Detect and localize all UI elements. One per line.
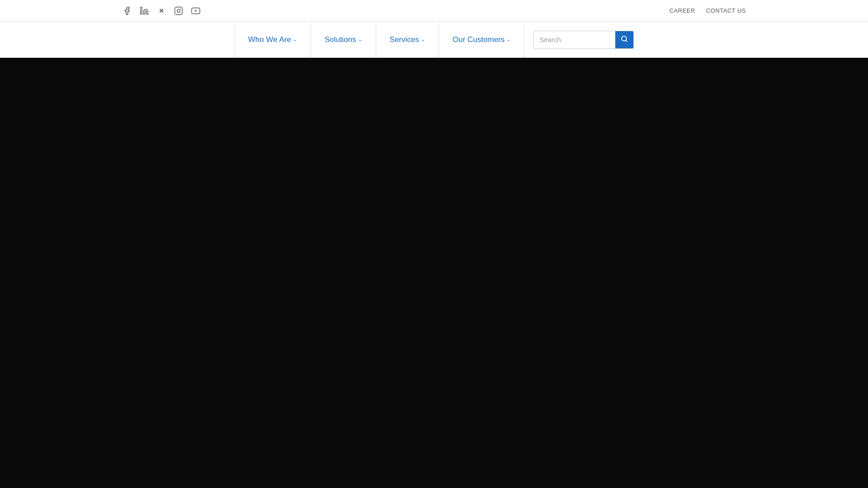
- our-customers-nav[interactable]: Our Customers ⌄: [439, 22, 524, 58]
- top-links: CAREER CONTACT US: [670, 7, 746, 14]
- svg-rect-0: [141, 9, 142, 14]
- who-we-are-chevron-icon: ⌄: [293, 37, 297, 42]
- search-button[interactable]: [615, 31, 633, 49]
- services-nav[interactable]: Services ⌄: [376, 22, 439, 58]
- svg-point-4: [180, 8, 181, 9]
- solutions-chevron-icon: ⌄: [358, 37, 362, 42]
- search-icon: [621, 35, 628, 44]
- search-container: [533, 31, 634, 49]
- svg-line-7: [626, 40, 627, 42]
- svg-rect-2: [175, 7, 183, 14]
- who-we-are-label: Who We Are: [248, 35, 291, 44]
- social-icons-group: ✕: [122, 6, 201, 16]
- nav-bar: Who We Are ⌄ Solutions ⌄ Services ⌄ Our …: [0, 22, 868, 58]
- twitter-x-icon[interactable]: ✕: [156, 6, 166, 16]
- career-link[interactable]: CAREER: [670, 7, 695, 14]
- nav-items: Who We Are ⌄ Solutions ⌄ Services ⌄ Our …: [234, 22, 525, 58]
- svg-point-3: [177, 9, 180, 12]
- solutions-nav[interactable]: Solutions ⌄: [311, 22, 376, 58]
- who-we-are-nav[interactable]: Who We Are ⌄: [234, 22, 311, 58]
- main-content: [0, 58, 868, 488]
- our-customers-label: Our Customers: [453, 35, 505, 44]
- youtube-icon[interactable]: [191, 6, 201, 16]
- svg-marker-5: [195, 9, 197, 12]
- facebook-icon[interactable]: [122, 6, 132, 16]
- our-customers-chevron-icon: ⌄: [506, 37, 510, 42]
- contact-us-link[interactable]: CONTACT US: [706, 7, 746, 14]
- solutions-label: Solutions: [325, 35, 356, 44]
- services-chevron-icon: ⌄: [421, 37, 425, 42]
- linkedin-icon[interactable]: [139, 6, 149, 16]
- services-label: Services: [390, 35, 419, 44]
- top-bar: ✕ CAREER CONTACT US: [0, 0, 868, 22]
- svg-point-1: [141, 7, 142, 8]
- search-input[interactable]: [534, 36, 615, 43]
- instagram-icon[interactable]: [174, 6, 184, 16]
